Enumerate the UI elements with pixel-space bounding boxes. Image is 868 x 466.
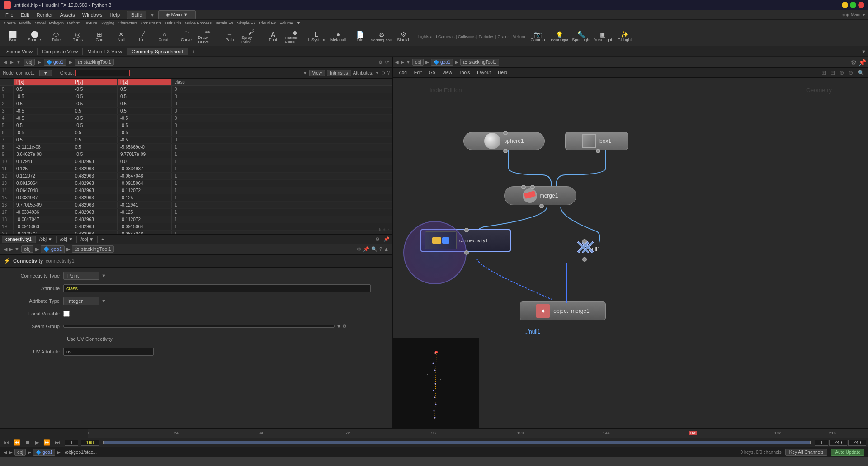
tab-add-bottom[interactable]: + <box>98 236 108 243</box>
tab-scene-view[interactable]: Scene View <box>2 48 38 55</box>
spray-paint-tool[interactable]: 🖌Spray Paint <box>241 30 262 43</box>
camera-tool[interactable]: 📷Camera <box>527 30 548 43</box>
param-pin-btn[interactable]: 📌 <box>363 246 369 252</box>
ne-pin-btn[interactable]: 📌 <box>859 59 866 66</box>
ne-menu-go[interactable]: Go <box>425 69 439 76</box>
node-connectivity1[interactable]: connectivity1 <box>420 229 511 252</box>
ne-settings-btn[interactable]: ⚙ <box>851 59 857 66</box>
file-tool[interactable]: 📄File <box>349 30 371 43</box>
minimize-button[interactable] <box>842 2 848 8</box>
node-canvas[interactable]: Indie Edition Geometry sphere1 <box>393 78 868 428</box>
tl-next-btn[interactable]: ⏩ <box>42 439 52 446</box>
circle-tool[interactable]: ○Create <box>154 30 175 43</box>
metaball-tool[interactable]: ●Metaball <box>327 30 349 43</box>
tl-start-btn[interactable]: ⏮ <box>2 439 11 446</box>
menu-assets[interactable]: Assets <box>57 11 79 19</box>
param-maximize-btn[interactable]: ▲ <box>384 246 389 252</box>
tl-prev-btn[interactable]: ⏪ <box>12 439 22 446</box>
menu-edit[interactable]: Edit <box>17 11 33 19</box>
ne-menu-add[interactable]: Add <box>395 69 410 76</box>
close-button[interactable] <box>858 2 864 8</box>
uv-attribute-input[interactable]: uv <box>63 348 154 356</box>
geo1-crumb[interactable]: 🔷 geo1 <box>44 59 66 66</box>
draw-curve-tool[interactable]: ✏Draw Curve <box>197 30 219 43</box>
group-input[interactable] <box>75 70 130 76</box>
back-btn[interactable]: ◀ <box>4 60 7 65</box>
attributes-filter[interactable]: ▼ <box>375 71 380 75</box>
tl-stop-btn[interactable]: ⏹ <box>23 439 32 446</box>
tab-connectivity1[interactable]: connectivity1 <box>2 236 36 243</box>
ne-tb-btn2[interactable]: ⊟ <box>829 69 837 77</box>
gi-light-tool[interactable]: ✨GI Light <box>613 30 635 43</box>
dotdot-null1-link[interactable]: ../null1 <box>524 329 540 335</box>
param-zoom-btn[interactable]: 🔍 <box>371 246 377 252</box>
key-all-channels-button[interactable]: Key All Channels <box>785 449 828 456</box>
box-tool[interactable]: ⬜Box <box>2 30 24 43</box>
torus-tool[interactable]: ◎Torus <box>67 30 89 43</box>
ne-menu-help[interactable]: Help <box>494 69 511 76</box>
maximize-button[interactable] <box>850 2 856 8</box>
ne-geo1-crumb[interactable]: 🔷 geo1 <box>431 59 453 66</box>
attributes-help[interactable]: ? <box>387 71 390 75</box>
grid-tool[interactable]: ⊞Grid <box>89 30 110 43</box>
param-obj-crumb[interactable]: obj <box>21 245 33 253</box>
obj-crumb[interactable]: obj <box>24 59 35 66</box>
use-uv-connectivity-link[interactable]: Use UV Connectivity <box>67 336 113 342</box>
seam-group-settings[interactable]: ⚙ <box>342 323 347 329</box>
menu-help[interactable]: Help <box>106 11 123 19</box>
tab-geometry-spreadsheet[interactable]: Geometry Spreadsheet <box>127 48 188 55</box>
ne-tb-btn1[interactable]: ⊞ <box>820 69 828 77</box>
panel-pin[interactable]: 📌 <box>382 235 391 243</box>
node-object-merge1[interactable]: ✦ object_merge1 <box>520 301 606 320</box>
param-settings-btn[interactable]: ⚙ <box>357 246 361 252</box>
font-tool[interactable]: AFont <box>262 30 284 43</box>
status-stac-path[interactable]: /obj/geo1/stac... <box>62 449 99 455</box>
filter-btn[interactable]: ▼ <box>303 71 307 75</box>
curve-tool[interactable]: ⌒Curve <box>175 30 197 43</box>
ne-menu-edit[interactable]: Edit <box>410 69 425 76</box>
area-light-tool[interactable]: ▣Area Light <box>592 30 613 43</box>
param-help-btn[interactable]: ? <box>379 246 382 252</box>
l-system-tool[interactable]: LL-System <box>306 30 327 43</box>
timeline-ruler[interactable]: 0 24 48 72 96 120 144 168 192 216 <box>0 429 868 438</box>
panel-settings[interactable]: ⚙ <box>374 235 381 243</box>
ne-menu-tools[interactable]: Tools <box>456 69 473 76</box>
seam-group-dropdown[interactable]: ▼ <box>336 324 341 329</box>
tab-obj-2[interactable]: /obj ▼ <box>57 236 77 243</box>
menu-file[interactable]: File <box>2 11 17 19</box>
forward-btn[interactable]: ▶ <box>10 60 14 65</box>
attribute-input[interactable]: class <box>63 284 371 292</box>
platonic-solids-tool[interactable]: ◆Platonic Solids <box>284 30 306 43</box>
line-tool[interactable]: ╱Line <box>132 30 154 43</box>
tab-composite-view[interactable]: Composite View <box>38 48 83 55</box>
tube-tool[interactable]: ⬭Tube <box>45 30 67 43</box>
param-geo1-crumb[interactable]: 🔷 geo1 <box>41 245 65 253</box>
view-dropdown[interactable]: View <box>309 70 326 76</box>
tl-current-frame[interactable] <box>81 440 99 446</box>
tl-range-end[interactable] <box>829 440 847 446</box>
tl-frame-step[interactable] <box>65 440 78 446</box>
local-variable-checkbox[interactable] <box>63 311 70 317</box>
tl-end-btn[interactable]: ⏭ <box>53 439 62 446</box>
ne-menu-layout[interactable]: Layout <box>473 69 494 76</box>
stacking-tool1[interactable]: ⚙stackingTool1 <box>371 30 392 43</box>
stack1-tool[interactable]: ⚙Stack1 <box>392 30 414 43</box>
tl-play-btn[interactable]: ▶ <box>33 439 41 446</box>
ne-search-btn[interactable]: 🔍 <box>856 69 866 77</box>
build-button[interactable]: Build <box>127 11 146 19</box>
tl-range-end2[interactable] <box>848 440 866 446</box>
status-obj-crumb[interactable]: obj <box>14 449 26 456</box>
node-merge1[interactable]: merge1 <box>504 186 576 205</box>
ne-stacking-crumb[interactable]: 🗂 stackingTool1 <box>460 59 499 66</box>
tab-motion-fx[interactable]: Motion FX View <box>83 48 127 55</box>
attribute-type-dropdown[interactable]: Integer <box>63 297 99 305</box>
intrinsics-dropdown[interactable]: Intrinsics <box>327 70 351 76</box>
seam-group-input[interactable] <box>63 325 335 328</box>
point-light-tool[interactable]: 💡Point Light <box>548 30 570 43</box>
connectivity-type-dropdown[interactable]: Point <box>63 272 99 280</box>
ne-tb-btn4[interactable]: ⊖ <box>847 69 855 77</box>
node-selector[interactable]: ▼ <box>39 70 52 76</box>
param-stacking-crumb[interactable]: 🗂 stackingTool1 <box>72 245 114 253</box>
menu-windows[interactable]: Windows <box>79 11 106 19</box>
node-box1[interactable]: box1 <box>565 132 628 150</box>
